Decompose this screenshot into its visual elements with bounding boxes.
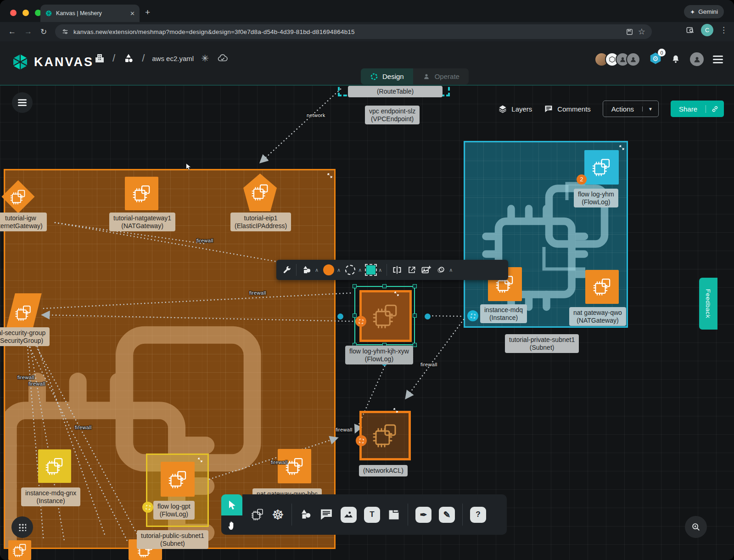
annotate-pen-tool[interactable]: ✒ — [415, 507, 431, 523]
gemini-button[interactable]: ✦ Gemini — [684, 5, 724, 18]
node-label-public-subnet[interactable]: tutorial-public-subnet1(Subnet) — [137, 530, 208, 549]
flowlog-yhm-count-badge[interactable]: 2 — [577, 174, 587, 185]
node-tutorial-natgateway1[interactable] — [125, 177, 158, 210]
bookmark-star-icon[interactable]: ☆ — [638, 27, 645, 37]
address-bar[interactable]: kanvas.new/extension/meshmap?mode=design… — [55, 24, 652, 39]
tab-close-icon[interactable]: ✕ — [130, 10, 135, 17]
url-text[interactable]: kanvas.new/extension/meshmap?mode=design… — [73, 28, 621, 35]
chevron-up-icon[interactable]: ∧ — [337, 267, 341, 273]
window-controls[interactable] — [10, 10, 41, 16]
pan-tool-button[interactable] — [221, 515, 242, 535]
components-tool[interactable] — [251, 508, 264, 521]
copy-link-icon[interactable] — [706, 105, 724, 113]
node-label-eip1[interactable]: tutorial-eip1(ElasticIPAddress) — [230, 213, 291, 231]
zoom-search-button[interactable] — [685, 516, 707, 538]
actions-button[interactable]: Actions ▼ — [603, 101, 659, 117]
node-label-flowlog-gpt[interactable]: flow log-gpt(FlowLog) — [153, 501, 195, 520]
reload-icon[interactable]: ↻ — [40, 27, 47, 37]
tab-design[interactable]: Design — [361, 68, 413, 84]
design-file-name[interactable]: aws ec2.yaml — [152, 55, 194, 62]
share-button[interactable]: Share — [671, 101, 724, 117]
organization-icon[interactable] — [94, 52, 105, 64]
edge-port[interactable] — [337, 314, 343, 319]
browser-tab[interactable]: Kanvas | Meshery ✕ — [40, 5, 140, 22]
node-label-flowlog-yhm[interactable]: flow log-yhm(FlowLog) — [574, 189, 618, 207]
node-label-instance-mdq[interactable]: instance-mdq(Instance) — [480, 304, 527, 323]
chevron-up-icon[interactable]: ∧ — [358, 267, 362, 273]
node-label-vpc-endpoint[interactable]: vpc endpoint-slz(VPCEndpoint) — [365, 106, 420, 124]
close-window-button[interactable] — [10, 10, 17, 16]
new-tab-button[interactable]: + — [145, 7, 150, 17]
tools-wrench-icon[interactable] — [282, 265, 291, 275]
shapes-tool-icon[interactable] — [301, 264, 312, 275]
canvas-menu-button[interactable] — [12, 92, 33, 113]
node-label-flowlog-selected[interactable]: flow log-yhm-kjh-xyw(FlowLog) — [345, 346, 413, 364]
comments-button[interactable]: Comments — [544, 104, 591, 113]
shapes-tool[interactable] — [299, 508, 312, 521]
flowlog-gpt-badge[interactable] — [142, 502, 153, 513]
node-label-routetable[interactable]: (RouteTable) — [348, 86, 443, 97]
node-label-private-subnet[interactable]: tutorial-private-subnet1(Subnet) — [505, 334, 579, 353]
design-canvas[interactable]: Layers Comments Actions ▼ Share — [0, 85, 734, 560]
feedback-tab[interactable]: Feedback — [699, 278, 717, 330]
chrome-profile-avatar[interactable]: C — [701, 24, 713, 36]
forward-icon[interactable]: → — [24, 27, 32, 36]
chevron-up-icon[interactable]: ∧ — [449, 267, 453, 273]
node-natgw-qwo[interactable] — [585, 270, 619, 304]
app-menu-icon[interactable] — [713, 54, 723, 65]
tab-operate[interactable]: Operate — [413, 68, 469, 84]
node-networkacl[interactable] — [359, 411, 411, 460]
design-config-icon[interactable]: ✳ — [201, 53, 209, 64]
collaboration-button[interactable]: ⚙ 0 — [649, 51, 662, 67]
selection-frame[interactable] — [354, 286, 415, 345]
kubernetes-tool[interactable]: ☸ — [272, 507, 284, 523]
networkacl-badge[interactable] — [356, 435, 367, 446]
node-label-natgw-qwo[interactable]: nat gateway-qwo(NATGateway) — [569, 307, 626, 326]
node-flowlog-yhm[interactable] — [584, 150, 619, 185]
node-partial[interactable] — [8, 540, 31, 560]
node-instance-mdq-gnx[interactable] — [38, 449, 71, 483]
image-tool[interactable] — [341, 507, 357, 523]
dock-apps-button[interactable] — [11, 516, 33, 538]
node-natgw-qwo-bbc[interactable] — [278, 449, 311, 483]
shape-style-tool[interactable] — [366, 265, 375, 274]
chevron-up-icon[interactable]: ∧ — [315, 267, 319, 273]
collaborator-avatar[interactable] — [626, 52, 640, 67]
node-label-igw[interactable]: tutorial-igwternetGateway) — [0, 213, 47, 231]
chevron-up-icon[interactable]: ∧ — [378, 267, 382, 273]
fill-color-swatch[interactable] — [323, 264, 334, 275]
node-label-natgateway1[interactable]: tutorial-natgateway1(NATGateway) — [109, 213, 175, 231]
resize-width-tool[interactable] — [392, 265, 403, 274]
draw-pencil-tool[interactable]: ✎ — [439, 507, 455, 523]
notifications-bell-icon[interactable] — [671, 54, 681, 65]
cloud-sync-icon[interactable] — [216, 53, 229, 64]
open-in-new-icon[interactable] — [407, 265, 416, 274]
layers-button[interactable]: Layers — [498, 104, 532, 113]
help-button[interactable]: ? — [470, 507, 486, 523]
select-tool-button[interactable] — [221, 494, 242, 515]
back-icon[interactable]: ← — [8, 27, 16, 36]
search-tabs-icon[interactable] — [686, 26, 695, 34]
actions-dropdown-icon[interactable]: ▼ — [642, 106, 658, 112]
kanvas-brand[interactable]: KANVAS — [12, 53, 94, 71]
edge-port[interactable] — [425, 314, 431, 319]
minimize-window-button[interactable] — [22, 10, 29, 16]
node-flowlog-gpt[interactable] — [161, 462, 195, 497]
comment-tool[interactable] — [319, 508, 333, 521]
add-image-icon[interactable] — [421, 265, 431, 274]
text-tool[interactable]: T — [364, 507, 380, 523]
node-label-security-group[interactable]: al-security-groupSecurityGroup) — [0, 327, 50, 346]
border-style-tool[interactable] — [345, 265, 355, 275]
chrome-menu-icon[interactable]: ⋮ — [720, 25, 728, 35]
collaborator-avatars[interactable] — [598, 52, 640, 67]
site-settings-icon[interactable] — [62, 28, 69, 35]
user-avatar[interactable] — [689, 51, 705, 67]
node-label-networkacl[interactable]: (NetworkACL) — [359, 465, 408, 476]
node-label-instance-gnx[interactable]: instance-mdq-gnx(Instance) — [21, 487, 80, 506]
workspace-icon[interactable] — [123, 52, 134, 64]
flowlog-selected-badge[interactable] — [355, 316, 366, 327]
group-style-icon[interactable] — [436, 265, 446, 275]
save-icon[interactable] — [626, 28, 633, 36]
note-tool[interactable] — [387, 508, 400, 521]
subnet-port-badge[interactable] — [467, 310, 478, 321]
